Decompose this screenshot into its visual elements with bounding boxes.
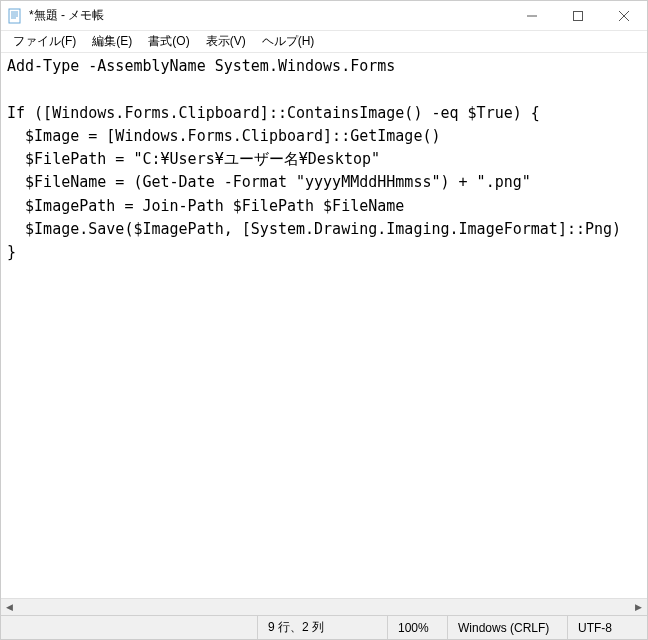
menu-edit[interactable]: 編集(E): [84, 31, 140, 52]
menu-help[interactable]: ヘルプ(H): [254, 31, 323, 52]
status-line-ending: Windows (CRLF): [447, 616, 567, 639]
minimize-button[interactable]: [509, 1, 555, 30]
menubar: ファイル(F) 編集(E) 書式(O) 表示(V) ヘルプ(H): [1, 31, 647, 53]
menu-format[interactable]: 書式(O): [140, 31, 197, 52]
statusbar: 9 行、2 列 100% Windows (CRLF) UTF-8: [1, 615, 647, 639]
menu-file[interactable]: ファイル(F): [5, 31, 84, 52]
horizontal-scrollbar[interactable]: ◀ ▶: [1, 598, 647, 615]
menu-view[interactable]: 表示(V): [198, 31, 254, 52]
window-title: *無題 - メモ帳: [29, 7, 509, 24]
status-cursor-position: 9 行、2 列: [257, 616, 387, 639]
close-button[interactable]: [601, 1, 647, 30]
maximize-button[interactable]: [555, 1, 601, 30]
notepad-icon: [7, 8, 23, 24]
window-controls: [509, 1, 647, 30]
titlebar: *無題 - メモ帳: [1, 1, 647, 31]
scroll-left-icon[interactable]: ◀: [1, 599, 18, 615]
status-encoding: UTF-8: [567, 616, 647, 639]
scroll-right-icon[interactable]: ▶: [630, 599, 647, 615]
scroll-track[interactable]: [18, 599, 630, 615]
text-area[interactable]: Add-Type -AssemblyName System.Windows.Fo…: [1, 53, 647, 598]
status-zoom: 100%: [387, 616, 447, 639]
svg-rect-6: [574, 11, 583, 20]
